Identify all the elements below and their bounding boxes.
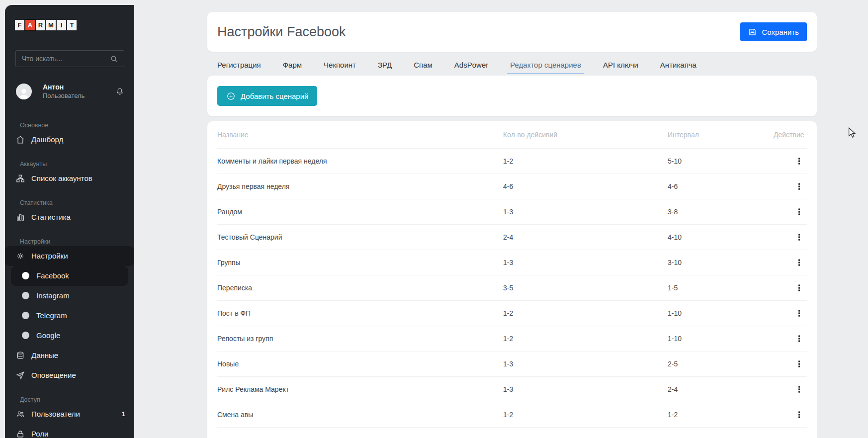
sidebar-subitem-label: Google	[36, 331, 60, 340]
instagram-bullet-icon	[22, 292, 29, 299]
table-row: Рилс Реклама Марект 1-3 2-4	[217, 377, 807, 402]
row-menu-kebab-icon[interactable]	[794, 358, 804, 370]
sitemap-icon	[16, 174, 25, 183]
sidebar-item-settings[interactable]: Настройки	[5, 246, 134, 266]
tab-zrd[interactable]: ЗРД	[378, 61, 392, 73]
scenario-actions-count: 1-2	[503, 411, 668, 419]
nav-section-settings: Настройки	[20, 238, 134, 245]
table-row: Новые 1-3 2-5	[217, 351, 807, 377]
table-row: Переписка 3-5 1-5	[217, 275, 807, 301]
tab-adspower[interactable]: AdsPower	[454, 61, 488, 73]
col-header-name: Название	[217, 131, 503, 139]
sidebar-item-dashboard[interactable]: Дашборд	[5, 130, 134, 150]
logo-letter: M	[46, 20, 56, 30]
bar-chart-icon	[16, 213, 25, 222]
sidebar: F A R M I T Антон Пользователь О	[5, 5, 134, 438]
user-role: Пользователь	[43, 92, 85, 100]
send-icon	[16, 371, 25, 380]
row-menu-kebab-icon[interactable]	[794, 206, 804, 218]
scenario-name: Новые	[217, 360, 503, 368]
sidebar-item-label: Дашборд	[31, 135, 63, 144]
tab-spam[interactable]: Спам	[414, 61, 433, 73]
scenario-actions-count: 3-5	[503, 284, 668, 292]
gear-icon	[16, 252, 25, 261]
add-scenario-button[interactable]: Добавить сценарий	[217, 86, 317, 106]
farmit-logo: F A R M I T	[15, 20, 134, 30]
nav-section-main: Основное	[20, 122, 134, 129]
add-scenario-label: Добавить сценарий	[241, 92, 308, 100]
table-row: Комменты и лайки первая неделя 1-2 5-10	[217, 149, 807, 174]
scenario-actions-count: 2-4	[503, 233, 668, 241]
row-menu-kebab-icon[interactable]	[794, 383, 804, 396]
scenario-name: Смена авы	[217, 411, 503, 419]
scenario-actions-count: 1-3	[503, 385, 668, 393]
table-row: Рандом 1-3 3-8	[217, 199, 807, 225]
row-menu-kebab-icon[interactable]	[794, 180, 804, 193]
tab-scenario-editor[interactable]: Редактор сценариев	[510, 61, 581, 73]
table-row: Друзья первая неделя 4-6 4-6	[217, 174, 807, 199]
sidebar-search	[15, 50, 124, 67]
sidebar-item-statistics[interactable]: Статистика	[5, 207, 134, 227]
page-header-card: Настройки Facebook Сохранить	[207, 12, 817, 52]
sidebar-item-label: Оповещение	[31, 371, 76, 379]
save-button[interactable]: Сохранить	[740, 22, 807, 41]
sidebar-item-account-list[interactable]: Список аккаунтов	[5, 169, 134, 188]
google-bullet-icon	[22, 332, 29, 339]
tab-anticaptcha[interactable]: Антикапча	[660, 61, 696, 73]
mouse-cursor	[848, 127, 858, 140]
row-menu-kebab-icon[interactable]	[794, 257, 804, 269]
tab-api-keys[interactable]: API ключи	[603, 61, 638, 73]
scenario-name: Группы	[217, 259, 503, 266]
database-icon	[16, 351, 25, 360]
scenario-interval: 1-10	[668, 335, 774, 343]
plus-circle-icon	[226, 91, 236, 101]
save-floppy-icon	[748, 28, 757, 36]
logo-letter: T	[67, 20, 77, 30]
sidebar-item-users[interactable]: Пользователи 1	[5, 404, 134, 424]
avatar	[16, 84, 32, 99]
tab-registration[interactable]: Регистрация	[217, 61, 261, 73]
col-header-actions-count: Кол-во дейсивий	[503, 131, 668, 139]
table-row: Группы 1-3 3-10	[217, 250, 807, 275]
scenario-interval: 3-8	[668, 208, 774, 216]
tab-checkpoint[interactable]: Чекпоинт	[324, 61, 356, 73]
sidebar-subitem-label: Facebook	[36, 271, 69, 280]
sidebar-item-notifications[interactable]: Оповещение	[5, 365, 134, 385]
sidebar-subitem-telegram[interactable]: Telegram	[5, 306, 134, 326]
sidebar-item-data[interactable]: Данные	[5, 346, 134, 365]
scenario-actions-count: 1-2	[503, 335, 668, 343]
sidebar-subitem-facebook[interactable]: Facebook	[11, 266, 128, 286]
home-icon	[16, 135, 25, 144]
nav-section-access: Доступ	[20, 396, 134, 403]
row-menu-kebab-icon[interactable]	[794, 333, 804, 345]
scenario-interval: 4-10	[668, 233, 774, 241]
page-title: Настройки Facebook	[217, 24, 346, 40]
user-profile[interactable]: Антон Пользователь	[16, 83, 124, 100]
nav-section-accounts: Аккаунты	[20, 161, 134, 168]
bell-icon[interactable]	[115, 87, 124, 96]
scenario-actions-count: 4-6	[503, 182, 668, 190]
row-menu-kebab-icon[interactable]	[794, 307, 804, 320]
toolbar-card: Добавить сценарий	[207, 76, 817, 116]
row-menu-kebab-icon[interactable]	[794, 409, 804, 421]
scenario-name: Переписка	[217, 284, 503, 292]
sidebar-item-label: Настройки	[31, 252, 68, 260]
logo-letter: I	[57, 20, 66, 30]
sidebar-subitem-instagram[interactable]: Instagram	[5, 286, 134, 306]
sidebar-item-roles[interactable]: Роли	[5, 424, 134, 438]
app-screen: F A R M I T Антон Пользователь О	[0, 0, 868, 438]
sidebar-subitem-google[interactable]: Google	[5, 326, 134, 346]
sidebar-subitem-label: Telegram	[36, 311, 67, 320]
scenario-interval: 2-4	[668, 385, 774, 393]
scenario-name: Рандом	[217, 208, 503, 216]
scenario-name: Комменты и лайки первая неделя	[217, 157, 503, 165]
scenarios-table: Название Кол-во дейсивий Интервал Действ…	[207, 121, 817, 438]
row-menu-kebab-icon[interactable]	[794, 282, 804, 294]
tab-farm[interactable]: Фарм	[283, 61, 302, 73]
row-menu-kebab-icon[interactable]	[794, 231, 804, 244]
scenario-actions-count: 1-2	[503, 157, 668, 165]
nav-section-statistics: Статистика	[20, 199, 134, 206]
search-input[interactable]	[21, 54, 110, 63]
row-menu-kebab-icon[interactable]	[794, 155, 804, 168]
table-row: Тестовый Сценарий 2-4 4-10	[217, 225, 807, 250]
